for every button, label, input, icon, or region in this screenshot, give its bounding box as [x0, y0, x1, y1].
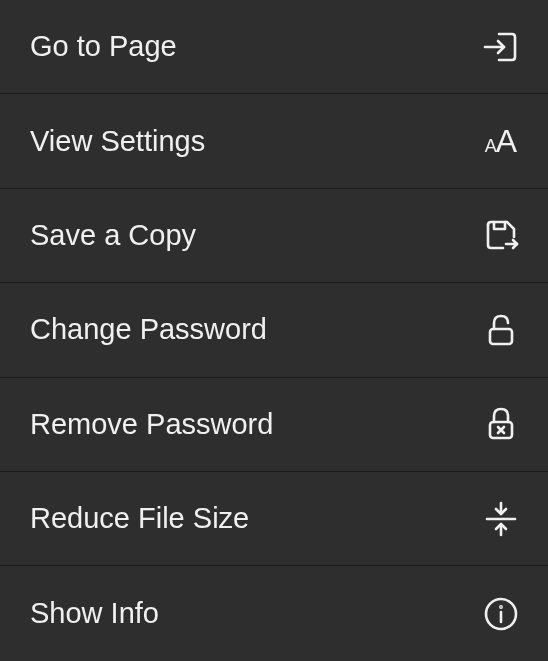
menu-item-show-info[interactable]: Show Info	[0, 566, 548, 660]
menu-item-change-password[interactable]: Change Password	[0, 283, 548, 377]
menu-item-label: Go to Page	[30, 30, 177, 63]
enter-page-icon	[482, 28, 520, 66]
save-export-icon	[482, 216, 520, 254]
menu-item-save-a-copy[interactable]: Save a Copy	[0, 189, 548, 283]
menu-item-label: Change Password	[30, 313, 267, 346]
menu-item-reduce-file-size[interactable]: Reduce File Size	[0, 472, 548, 566]
lock-remove-icon	[482, 405, 520, 443]
info-icon	[482, 595, 520, 633]
menu-item-label: View Settings	[30, 125, 205, 158]
text-size-icon: AA	[482, 122, 520, 160]
menu-item-label: Remove Password	[30, 408, 273, 441]
svg-rect-2	[490, 329, 512, 344]
menu-item-label: Show Info	[30, 597, 159, 630]
unlock-icon	[482, 311, 520, 349]
menu-item-view-settings[interactable]: View Settings AA	[0, 94, 548, 188]
context-menu: Go to Page View Settings AA Save a Copy	[0, 0, 548, 661]
svg-point-10	[500, 606, 501, 607]
menu-item-remove-password[interactable]: Remove Password	[0, 378, 548, 472]
menu-item-label: Save a Copy	[30, 219, 196, 252]
menu-item-label: Reduce File Size	[30, 502, 249, 535]
menu-item-go-to-page[interactable]: Go to Page	[0, 0, 548, 94]
compress-icon	[482, 500, 520, 538]
